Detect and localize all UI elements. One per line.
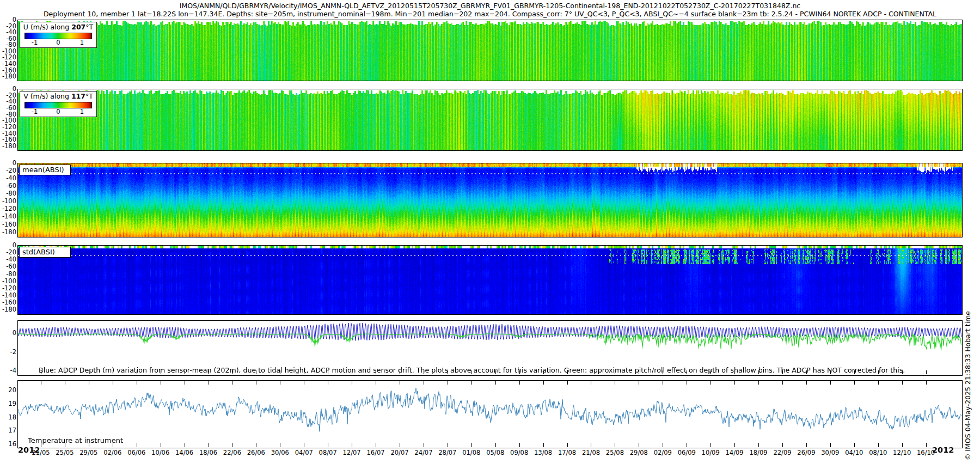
v-colorbar-ticks: -1 0 1 xyxy=(24,108,92,115)
colorbar-tick: 0 xyxy=(56,39,60,46)
x-tick-mark xyxy=(567,443,568,447)
x-tick-label: 14/06 xyxy=(175,449,193,456)
v-velocity-panel: V (m/s) along 117°T -1 0 1 xyxy=(17,89,963,151)
x-tick-mark xyxy=(41,380,41,385)
x-tick-mark xyxy=(161,380,161,385)
x-tick-label: 20/07 xyxy=(390,449,408,456)
x-tick-label: 29/08 xyxy=(630,449,648,456)
x-tick-label: 18/09 xyxy=(749,449,767,456)
x-tick-mark xyxy=(256,443,256,447)
x-tick-label: 25/05 xyxy=(56,449,74,456)
x-tick-label: 09/08 xyxy=(510,449,528,456)
x-tick-mark xyxy=(352,443,352,447)
u-velocity-panel: U (m/s) along 207°T -1 0 1 xyxy=(17,20,963,81)
colorbar-tick: 1 xyxy=(80,108,84,115)
x-tick-mark xyxy=(495,443,496,447)
y-tick-label: -2 xyxy=(0,349,16,355)
x-tick-mark xyxy=(615,380,615,385)
temperature-panel: Temperature at instrument xyxy=(17,380,963,448)
x-tick-label: 14/09 xyxy=(726,449,744,456)
x-tick-mark xyxy=(854,380,855,385)
y-tick-label: -100 xyxy=(0,198,16,204)
x-tick-mark xyxy=(639,380,639,385)
x-tick-mark xyxy=(495,380,496,385)
y-tick-label: -80 xyxy=(0,112,16,117)
x-tick-mark xyxy=(926,380,927,385)
x-tick-mark xyxy=(806,443,807,447)
x-tick-mark xyxy=(710,443,711,447)
u-velocity-heatmap xyxy=(18,20,962,81)
x-tick-label: 05/08 xyxy=(486,449,504,456)
x-tick-mark xyxy=(304,443,304,447)
x-tick-mark xyxy=(448,443,448,447)
y-tick-label: -120 xyxy=(0,206,16,211)
std-absi-panel: std(ABSI) xyxy=(17,245,963,315)
y-tick-label: -40 xyxy=(0,29,16,35)
x-tick-mark xyxy=(710,380,711,385)
x-tick-label: 17/08 xyxy=(558,449,576,456)
y-tick-label: -80 xyxy=(0,191,16,196)
x-tick-label: 24/07 xyxy=(414,449,432,456)
x-tick-mark xyxy=(591,380,591,385)
y-tick-label: -180 xyxy=(0,74,16,79)
y-tick-label: -160 xyxy=(0,137,16,142)
x-tick-mark xyxy=(687,443,687,447)
x-tick-mark xyxy=(734,443,735,447)
u-colorbar: U (m/s) along 207°T -1 0 1 xyxy=(20,22,97,48)
x-tick-label: 28/07 xyxy=(438,449,456,456)
x-tick-mark xyxy=(878,443,879,447)
x-tick-mark xyxy=(89,380,89,385)
x-tick-mark xyxy=(591,443,591,447)
x-tick-label: 25/08 xyxy=(606,449,624,456)
y-tick-label: -40 xyxy=(0,99,16,104)
x-tick-mark xyxy=(328,443,328,447)
y-tick-label: 0 xyxy=(0,86,16,92)
y-tick-label: -120 xyxy=(0,54,16,60)
x-tick-mark xyxy=(137,380,137,385)
x-tick-label: 02/09 xyxy=(654,449,672,456)
temperature-label: Temperature at instrument xyxy=(28,436,123,444)
x-tick-mark xyxy=(328,380,328,385)
x-tick-label: 30/06 xyxy=(271,449,289,456)
year-label-right: 2012 xyxy=(932,446,954,454)
x-tick-label: 04/10 xyxy=(845,449,863,456)
y-tick-label: -60 xyxy=(0,105,16,111)
x-tick-mark xyxy=(902,443,903,447)
x-tick-mark xyxy=(806,380,807,385)
x-tick-mark xyxy=(854,443,855,447)
y-tick-label: -160 xyxy=(0,300,16,305)
x-tick-mark xyxy=(471,443,472,447)
y-tick-label: 16 xyxy=(0,441,16,447)
mean-absi-panel: mean(ABSI) xyxy=(17,163,963,237)
y-tick-label: -180 xyxy=(0,229,16,235)
x-tick-mark xyxy=(280,443,280,447)
x-tick-mark xyxy=(830,380,831,385)
y-tick-label: -180 xyxy=(0,307,16,312)
y-tick-label: -100 xyxy=(0,48,16,54)
x-tick-mark xyxy=(185,380,185,385)
y-tick-label: 0 xyxy=(0,160,16,166)
y-tick-label: -20 xyxy=(0,93,16,98)
x-tick-mark xyxy=(400,380,400,385)
x-tick-label: 04/07 xyxy=(295,449,313,456)
x-tick-mark xyxy=(352,380,352,385)
y-tick-label: -160 xyxy=(0,68,16,73)
y-tick-label: -60 xyxy=(0,36,16,41)
x-tick-mark xyxy=(758,380,759,385)
std-absi-label: std(ABSI) xyxy=(19,247,71,258)
x-tick-mark xyxy=(902,380,903,385)
x-tick-mark xyxy=(543,380,544,385)
x-tick-mark xyxy=(376,443,376,447)
x-tick-mark xyxy=(830,443,831,447)
x-tick-mark xyxy=(424,443,424,447)
credit-text: © IMOS 04-May-2025 21:38:33 Hobart time xyxy=(964,311,972,460)
colorbar-tick: 0 xyxy=(56,108,60,115)
x-tick-mark xyxy=(639,443,639,447)
std-absi-heatmap xyxy=(18,246,962,314)
mean-absi-label: mean(ABSI) xyxy=(19,165,71,175)
x-tick-mark xyxy=(926,370,927,374)
temperature-lineplot xyxy=(18,381,962,448)
x-tick-mark xyxy=(519,443,520,447)
x-tick-mark xyxy=(543,443,544,447)
x-tick-mark xyxy=(758,443,759,447)
